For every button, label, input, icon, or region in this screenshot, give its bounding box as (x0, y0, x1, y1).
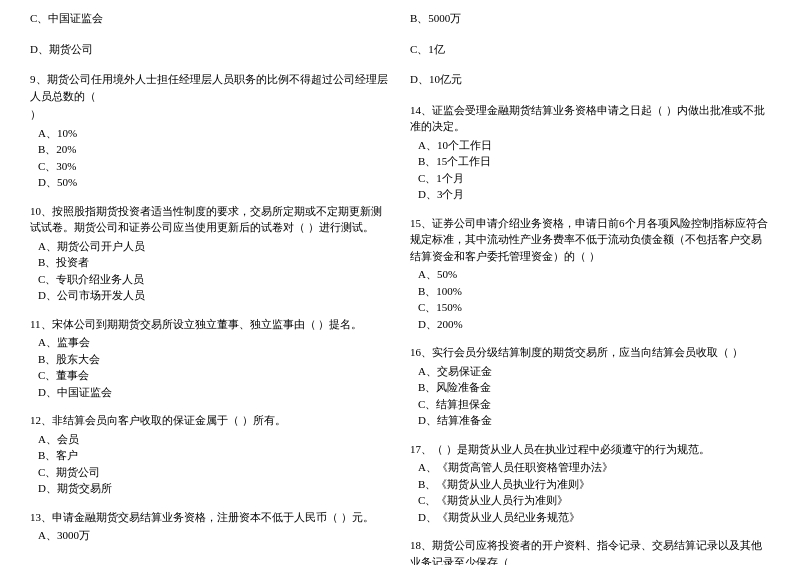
q17-opt-d: D、《期货从业人员纪业务规范》 (410, 509, 770, 526)
q11-opt-b: B、股东大会 (30, 351, 390, 368)
q12-opt-c: C、期货公司 (30, 464, 390, 481)
q14-opt-b: B、15个工作日 (410, 153, 770, 170)
q11-opt-a: A、监事会 (30, 334, 390, 351)
q11-opt-c: C、董事会 (30, 367, 390, 384)
q11-opt-d: D、中国证监会 (30, 384, 390, 401)
q10-text: 10、按照股指期货投资者适当性制度的要求，交易所定期或不定期更新测试试卷。期货公… (30, 203, 390, 236)
q13-opt-a: A、3000万 (30, 527, 390, 544)
qr-d-item: D、10亿元 (410, 71, 770, 90)
q10-opt-b: B、投资者 (30, 254, 390, 271)
q15-opt-d: D、200% (410, 316, 770, 333)
q17-text: 17、（ ）是期货从业人员在执业过程中必须遵守的行为规范。 (410, 441, 770, 458)
q9-text: 9、期货公司任用境外人士担任经理层人员职务的比例不得超过公司经理层人员总数的（ (30, 71, 390, 104)
q15-text: 15、证券公司申请介绍业务资格，申请日前6个月各项风险控制指标应符合规定标准，其… (410, 215, 770, 265)
q17-opt-a: A、《期货高管人员任职资格管理办法》 (410, 459, 770, 476)
q17-opt-b: B、《期货从业人员执业行为准则》 (410, 476, 770, 493)
q12-opt-b: B、客户 (30, 447, 390, 464)
q16-opt-d: D、结算准备金 (410, 412, 770, 429)
q12-opt-d: D、期货交易所 (30, 480, 390, 497)
q-d-item: D、期货公司 (30, 41, 390, 60)
q13-block: 13、申请金融期货交易结算业务资格，注册资本不低于人民币（ ）元。 A、3000… (30, 509, 390, 544)
q12-block: 12、非结算会员向客户收取的保证金属于（ ）所有。 A、会员 B、客户 C、期货… (30, 412, 390, 497)
q-c-text: C、中国证监会 (30, 10, 390, 27)
q15-opt-b: B、100% (410, 283, 770, 300)
q14-opt-c: C、1个月 (410, 170, 770, 187)
qr-d-text: D、10亿元 (410, 71, 770, 88)
left-column: C、中国证监会 D、期货公司 9、期货公司任用境外人士担任经理层人员职务的比例不… (30, 10, 390, 565)
q16-opt-a: A、交易保证金 (410, 363, 770, 380)
q-d-text: D、期货公司 (30, 41, 390, 58)
q18-text: 18、期货公司应将投资者的开户资料、指令记录、交易结算记录以及其他业务记录至少保… (410, 537, 770, 565)
q9-block: 9、期货公司任用境外人士担任经理层人员职务的比例不得超过公司经理层人员总数的（ … (30, 71, 390, 191)
q12-opt-a: A、会员 (30, 431, 390, 448)
two-column-layout: C、中国证监会 D、期货公司 9、期货公司任用境外人士担任经理层人员职务的比例不… (30, 10, 770, 565)
q10-block: 10、按照股指期货投资者适当性制度的要求，交易所定期或不定期更新测试试卷。期货公… (30, 203, 390, 304)
q14-opt-d: D、3个月 (410, 186, 770, 203)
qr-c-text: C、1亿 (410, 41, 770, 58)
q13-text: 13、申请金融期货交易结算业务资格，注册资本不低于人民币（ ）元。 (30, 509, 390, 526)
q16-opt-b: B、风险准备金 (410, 379, 770, 396)
q14-opt-a: A、10个工作日 (410, 137, 770, 154)
q14-block: 14、证监会受理金融期货结算业务资格申请之日起（ ）内做出批准或不批准的决定。 … (410, 102, 770, 203)
q-c-item: C、中国证监会 (30, 10, 390, 29)
q9-opt-c: C、30% (30, 158, 390, 175)
right-column: B、5000万 C、1亿 D、10亿元 14、证监会受理金融期货结算业务资格申请… (410, 10, 770, 565)
qr-b-text: B、5000万 (410, 10, 770, 27)
qr-c-item: C、1亿 (410, 41, 770, 60)
q9-text2: ） (30, 106, 390, 123)
qr-b-item: B、5000万 (410, 10, 770, 29)
q15-block: 15、证券公司申请介绍业务资格，申请日前6个月各项风险控制指标应符合规定标准，其… (410, 215, 770, 333)
q11-text: 11、宋体公司到期期货交易所设立独立董事、独立监事由（ ）提名。 (30, 316, 390, 333)
q16-opt-c: C、结算担保金 (410, 396, 770, 413)
q15-opt-c: C、150% (410, 299, 770, 316)
q16-block: 16、实行会员分级结算制度的期货交易所，应当向结算会员收取（ ） A、交易保证金… (410, 344, 770, 429)
q15-opt-a: A、50% (410, 266, 770, 283)
page-content: C、中国证监会 D、期货公司 9、期货公司任用境外人士担任经理层人员职务的比例不… (30, 10, 770, 565)
q17-block: 17、（ ）是期货从业人员在执业过程中必须遵守的行为规范。 A、《期货高管人员任… (410, 441, 770, 526)
q9-opt-a: A、10% (30, 125, 390, 142)
q11-block: 11、宋体公司到期期货交易所设立独立董事、独立监事由（ ）提名。 A、监事会 B… (30, 316, 390, 401)
q16-text: 16、实行会员分级结算制度的期货交易所，应当向结算会员收取（ ） (410, 344, 770, 361)
q10-opt-c: C、专职介绍业务人员 (30, 271, 390, 288)
q9-opt-d: D、50% (30, 174, 390, 191)
q12-text: 12、非结算会员向客户收取的保证金属于（ ）所有。 (30, 412, 390, 429)
q10-opt-d: D、公司市场开发人员 (30, 287, 390, 304)
q14-text: 14、证监会受理金融期货结算业务资格申请之日起（ ）内做出批准或不批准的决定。 (410, 102, 770, 135)
q9-opt-b: B、20% (30, 141, 390, 158)
q17-opt-c: C、《期货从业人员行为准则》 (410, 492, 770, 509)
q18-block: 18、期货公司应将投资者的开户资料、指令记录、交易结算记录以及其他业务记录至少保… (410, 537, 770, 565)
q10-opt-a: A、期货公司开户人员 (30, 238, 390, 255)
